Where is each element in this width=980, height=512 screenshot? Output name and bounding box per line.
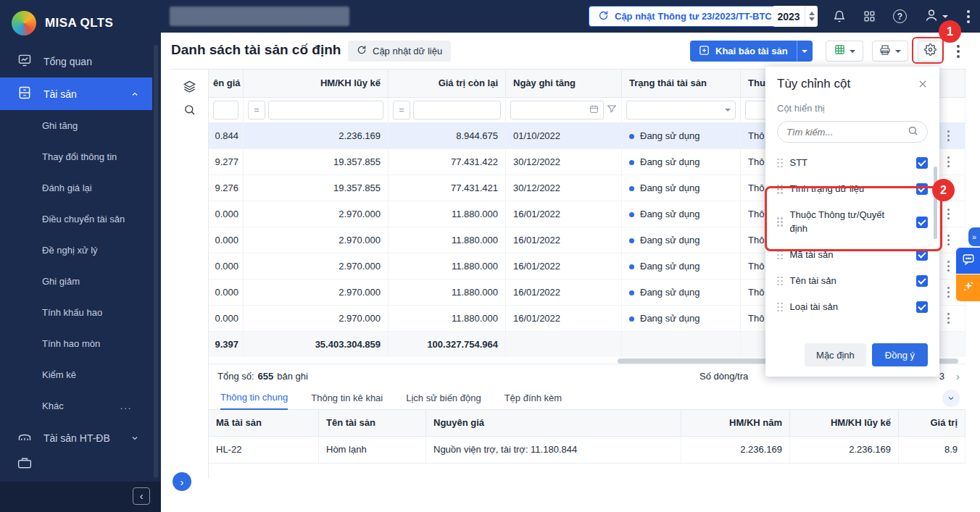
sidebar-subitem-dieu-chuyen-tai-san[interactable]: Điều chuyển tài sản — [0, 203, 161, 235]
filter-input-nguyen-gia[interactable] — [213, 101, 238, 119]
sidebar-collapse-button[interactable]: ‹ — [133, 487, 150, 505]
column-item-stt[interactable]: STT — [777, 150, 928, 176]
sidebar-bottom-bar: ‹ — [0, 482, 161, 512]
row-more-vertical-icon — [947, 135, 950, 138]
default-button[interactable]: Mặc định — [805, 343, 866, 366]
column-settings-gear-button[interactable] — [918, 41, 942, 62]
column-header-trang-thai[interactable]: Trạng thái tài sản — [622, 70, 741, 97]
column-checkbox-checked[interactable] — [916, 217, 928, 228]
cell-hmkh: 19.357.855 — [244, 175, 389, 201]
sidebar-subitem-khac[interactable]: Khác ... — [0, 390, 161, 421]
sidebar-item-tai-san-ht-db[interactable]: Tài sản HT-ĐB — [0, 421, 152, 454]
sidebar-subitem-thay-doi-thong-tin[interactable]: Thay đổi thông tin — [0, 141, 161, 172]
column-search-input[interactable] — [786, 127, 908, 138]
column-checkbox-checked[interactable] — [916, 275, 928, 287]
drag-handle-icon[interactable] — [777, 185, 783, 194]
tab-thong-tin-chung[interactable]: Thông tin chung — [220, 392, 288, 410]
column-item-label: STT — [790, 156, 900, 169]
column-header-gia-tri-con-lai[interactable]: Giá trị còn lại — [389, 70, 506, 97]
app-title: MISA QLTS — [45, 16, 113, 30]
gear-icon — [924, 43, 937, 59]
cell-gia-tri: 11.880.000 — [389, 280, 506, 305]
column-item-ma-tai-san[interactable]: Mã tài sản — [777, 242, 928, 268]
declare-asset-button[interactable]: Khai báo tài sản — [690, 41, 813, 62]
sidebar-item-tai-san[interactable]: Tài sản — [0, 77, 152, 110]
page-title: Danh sách tài sản cố định — [171, 42, 341, 58]
column-item-label: Mã tài sản — [790, 248, 900, 261]
header-more-vertical-icon[interactable] — [950, 41, 967, 62]
expand-widgets-tab[interactable]: » — [968, 227, 980, 246]
subitem-label: Đánh giá lại — [42, 182, 92, 193]
assistant-sparkle-button[interactable] — [956, 274, 980, 301]
sidebar-item-tong-quan[interactable]: Tổng quan — [0, 45, 152, 77]
column-checkbox-checked[interactable] — [916, 183, 928, 195]
drag-handle-icon[interactable] — [777, 251, 783, 260]
circular-update-button[interactable]: Cập nhật Thông tư 23/2023/TT-BTC — [589, 6, 781, 27]
export-excel-button[interactable] — [826, 41, 863, 62]
tab-tep-dinh-kem[interactable]: Tệp đính kèm — [504, 393, 562, 409]
notifications-bell-icon[interactable] — [833, 10, 846, 23]
expand-panel-button[interactable]: › — [173, 472, 191, 491]
close-icon[interactable] — [918, 79, 928, 89]
support-chat-button[interactable] — [956, 248, 980, 274]
column-item-loai-tai-san[interactable]: Loại tài sản — [777, 294, 928, 320]
declare-asset-dropdown[interactable] — [797, 41, 813, 62]
drag-handle-icon[interactable] — [777, 303, 783, 312]
column-header-ngay-ghi-tang[interactable]: Ngày ghi tăng — [506, 70, 622, 97]
sidebar-scrollbar[interactable] — [154, 45, 158, 478]
apps-grid-icon[interactable] — [863, 10, 876, 22]
filter-operator[interactable]: = — [248, 101, 265, 119]
confirm-button[interactable]: Đồng ý — [872, 343, 928, 366]
column-checkbox-checked[interactable] — [916, 249, 928, 261]
column-item-label: Tình trạng dữ liệu — [790, 182, 900, 196]
user-menu[interactable] — [924, 8, 948, 25]
refresh-icon — [357, 45, 367, 57]
tab-lich-su-bien-dong[interactable]: Lịch sử biến động — [406, 393, 481, 409]
column-header-hmkh-luy-ke[interactable]: HM/KH lũy kế — [244, 70, 389, 97]
sidebar-subitem-tinh-hao-mon[interactable]: Tính hao mòn — [0, 328, 161, 359]
sidebar-subitem-danh-gia-lai[interactable]: Đánh giá lại — [0, 172, 161, 203]
column-header-nguyen-gia[interactable]: ên giá — [209, 70, 244, 97]
search-icon[interactable] — [171, 104, 208, 116]
sidebar-item-label: Tài sản HT-ĐB — [43, 432, 110, 444]
filter-input-hmkh[interactable] — [268, 101, 383, 119]
year-spinner[interactable] — [805, 6, 818, 27]
print-button[interactable] — [872, 41, 908, 62]
filter-input-gia-tri[interactable] — [413, 101, 501, 119]
collapse-detail-panel-button[interactable] — [942, 390, 960, 407]
column-checkbox-checked[interactable] — [916, 157, 928, 169]
sidebar-subitem-kiem-ke[interactable]: Kiểm kê — [0, 359, 161, 390]
column-item-tinh-trang-du-lieu[interactable]: Tình trạng dữ liệu — [777, 176, 928, 202]
drag-handle-icon[interactable] — [777, 159, 783, 168]
subitem-label: Ghi giảm — [42, 276, 80, 287]
filter-date-input[interactable] — [510, 101, 604, 119]
drag-handle-icon[interactable] — [777, 217, 783, 227]
sidebar-subitem-ghi-tang[interactable]: Ghi tăng — [0, 110, 161, 141]
total-records-label: Tổng số: — [217, 371, 254, 382]
drag-handle-icon[interactable] — [777, 277, 783, 286]
sidebar-subitem-de-nghi-xu-ly[interactable]: Đề nghị xử lý — [0, 235, 161, 266]
column-item-thuoc-thong-tu[interactable]: Thuộc Thông tư/Quyết định — [777, 202, 928, 241]
year-selector[interactable]: 2023 — [773, 6, 818, 27]
help-icon[interactable]: ? — [893, 9, 907, 23]
column-item-label: Loại tài sản — [790, 301, 900, 314]
tab-thong-tin-ke-khai[interactable]: Thông tin kê khai — [311, 393, 383, 409]
detail-row[interactable]: HL-22 Hòm lạnh Nguồn viện trợ, tài trợ: … — [209, 437, 966, 463]
page-number[interactable]: 3 — [939, 371, 944, 382]
filter-funnel-icon[interactable] — [607, 104, 617, 117]
column-checkbox-checked[interactable] — [916, 301, 928, 313]
sidebar-subitem-tinh-khau-hao[interactable]: Tính khấu hao — [0, 297, 161, 328]
filter-operator[interactable]: = — [393, 101, 410, 119]
refresh-icon — [598, 10, 609, 23]
sidebar-subitem-ghi-giam[interactable]: Ghi giảm — [0, 266, 161, 297]
refresh-data-button[interactable]: Cập nhật dữ liệu — [348, 41, 451, 62]
more-vertical-icon[interactable] — [966, 15, 971, 18]
layers-icon[interactable] — [171, 80, 208, 93]
subitem-label: Tính hao mòn — [42, 338, 100, 349]
column-item-ten-tai-san[interactable]: Tên tài sản — [777, 268, 928, 294]
sidebar-item-partial[interactable] — [0, 454, 152, 473]
search-icon — [908, 125, 918, 139]
dialog-scrollbar-thumb[interactable] — [934, 167, 937, 239]
next-page-icon[interactable]: › — [956, 370, 960, 382]
filter-status-select[interactable] — [626, 101, 736, 119]
